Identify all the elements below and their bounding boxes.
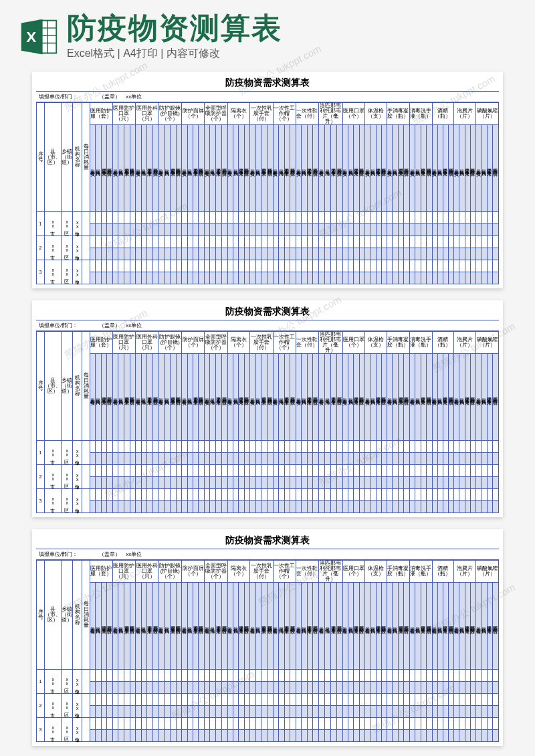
- cell-county: xx市: [45, 464, 62, 488]
- data-cell: [152, 705, 158, 717]
- data-cell: [376, 705, 381, 717]
- data-cell: [222, 235, 228, 248]
- data-cell: [182, 693, 187, 705]
- data-cell: [387, 248, 393, 260]
- data-cell: [336, 235, 342, 248]
- data-cell: [318, 729, 324, 741]
- sub-header: 未来一周需求: [101, 124, 106, 211]
- sub-header: 日消耗量: [141, 353, 147, 440]
- data-cell: [415, 464, 421, 476]
- data-cell: [165, 681, 171, 693]
- data-cell: [313, 488, 318, 500]
- sub-header: 日消耗量: [118, 124, 124, 211]
- data-cell: [130, 500, 136, 512]
- data-cell: [359, 669, 364, 681]
- cell-town: xx区: [62, 488, 73, 512]
- sub-header: 未来一周需求: [330, 353, 336, 440]
- data-cell: [398, 681, 403, 693]
- data-cell: [330, 211, 336, 223]
- data-cell: [387, 705, 393, 717]
- data-cell: [124, 729, 130, 741]
- data-cell: [487, 488, 492, 500]
- sub-header: 日消耗量: [165, 353, 171, 440]
- data-cell: [96, 729, 101, 741]
- data-cell: [459, 705, 465, 717]
- data-cell: [147, 452, 153, 464]
- data-cell: [124, 260, 130, 272]
- data-cell: [261, 669, 268, 681]
- data-cell: [459, 248, 465, 260]
- sub-header: 未来一周需求: [170, 353, 176, 440]
- sub-header: 后续一周缺额: [493, 124, 499, 211]
- data-cell: [324, 248, 330, 260]
- item-header: 医用防护服（套）: [90, 561, 113, 583]
- data-cell: [404, 223, 409, 235]
- data-cell: [393, 717, 398, 729]
- data-cell: [409, 488, 415, 500]
- data-cell: [284, 272, 290, 284]
- data-cell: [279, 235, 285, 248]
- data-cell: [415, 211, 421, 223]
- data-cell: [187, 729, 193, 741]
- data-cell: [437, 223, 443, 235]
- data-cell: [261, 235, 268, 248]
- data-cell: [404, 488, 409, 500]
- data-cell: [376, 681, 381, 693]
- data-cell: [370, 705, 376, 717]
- data-cell: [152, 260, 158, 272]
- data-cell: [465, 440, 470, 452]
- data-cell: [279, 488, 285, 500]
- data-cell: [318, 452, 324, 464]
- data-cell: [415, 693, 421, 705]
- data-cell: [470, 248, 475, 260]
- data-cell: [336, 693, 342, 705]
- item-header: 医用外科口罩（只）: [136, 561, 158, 583]
- data-cell: [381, 223, 387, 235]
- data-cell: [296, 440, 301, 452]
- data-cell: [437, 729, 443, 741]
- data-cell: [136, 729, 142, 741]
- sub-header: 后续一周缺额: [244, 353, 249, 440]
- data-cell: [370, 272, 376, 284]
- data-cell: [324, 260, 330, 272]
- data-cell: [443, 705, 448, 717]
- data-cell: [118, 717, 124, 729]
- sub-header: 未来一周需求: [421, 124, 426, 211]
- cell-seq: 1: [37, 669, 45, 693]
- data-cell: [432, 272, 437, 284]
- data-cell: [279, 248, 285, 260]
- data-cell: [427, 729, 432, 741]
- data-cell: [313, 705, 318, 717]
- data-cell: [348, 500, 354, 512]
- data-cell: [244, 260, 249, 272]
- data-cell: [152, 681, 158, 693]
- data-cell: [216, 211, 222, 223]
- data-cell: [307, 464, 312, 476]
- data-cell: [409, 476, 415, 488]
- data-cell: [273, 211, 279, 223]
- data-cell: [359, 500, 364, 512]
- sub-header: 未来一周需求: [465, 582, 470, 669]
- data-cell: [302, 717, 307, 729]
- data-cell: [370, 260, 376, 272]
- item-header: 一次性工作帽（个）: [273, 103, 296, 125]
- data-cell: [359, 729, 364, 741]
- data-cell: [365, 464, 370, 476]
- data-cell: [318, 211, 324, 223]
- data-cell: [365, 500, 370, 512]
- data-cell: [112, 669, 118, 681]
- data-cell: [107, 669, 112, 681]
- data-cell: [487, 452, 492, 464]
- data-cell: [421, 693, 426, 705]
- data-cell: [365, 705, 370, 717]
- data-cell: [290, 260, 296, 272]
- data-cell: [487, 681, 492, 693]
- data-cell: [365, 452, 370, 464]
- sub-header: 实有存量: [136, 124, 142, 211]
- cell-metric: [82, 260, 90, 284]
- data-cell: [432, 260, 437, 272]
- data-cell: [336, 464, 342, 476]
- data-cell: [176, 223, 182, 235]
- data-cell: [465, 223, 470, 235]
- data-cell: [279, 272, 285, 284]
